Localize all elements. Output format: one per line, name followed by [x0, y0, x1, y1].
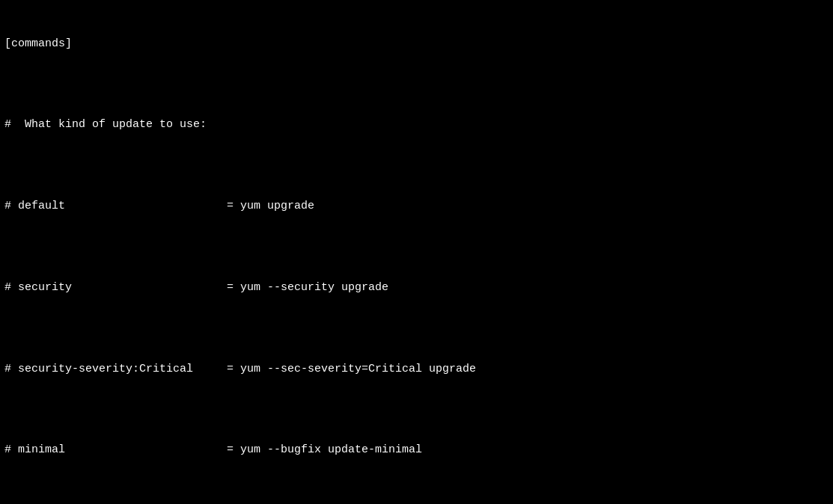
line-7: # minimal-security = yum --security upda… [4, 491, 829, 505]
line-1: [commands] [4, 3, 829, 84]
line-1-text: [commands] [4, 36, 829, 52]
line-5: # security-severity:Critical = yum --sec… [4, 328, 829, 410]
line-3-text: # default = yum upgrade [4, 198, 829, 215]
line-3: # default = yum upgrade [4, 166, 829, 248]
line-5-text: # security-severity:Critical = yum --sec… [4, 361, 829, 378]
terminal-window: [commands] # What kind of update to use:… [0, 0, 833, 504]
line-4: # security = yum --security upgrade [4, 247, 829, 328]
line-6: # minimal = yum --bugfix update-minimal [4, 410, 829, 491]
line-2-text: # What kind of update to use: [4, 117, 829, 133]
line-2: # What kind of update to use: [4, 84, 829, 166]
line-4-text: # security = yum --security upgrade [4, 280, 829, 296]
line-6-text: # minimal = yum --bugfix update-minimal [4, 442, 829, 458]
